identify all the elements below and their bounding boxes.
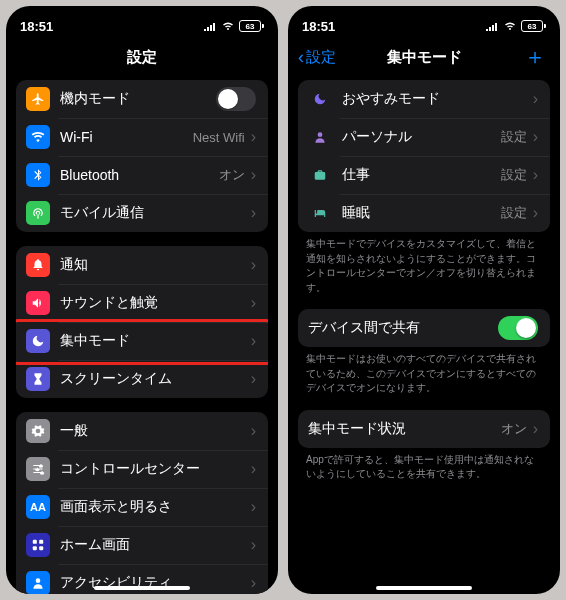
chevron-right-icon: ›: [251, 129, 256, 145]
share-toggle[interactable]: [498, 316, 538, 340]
settings-row[interactable]: 睡眠設定›: [298, 194, 550, 232]
svg-rect-4: [39, 540, 43, 544]
settings-row[interactable]: おやすみモード›: [298, 80, 550, 118]
chevron-right-icon: ›: [251, 499, 256, 515]
svg-point-14: [318, 132, 323, 137]
row-label: サウンドと触覚: [60, 294, 251, 312]
moon-icon: [26, 329, 50, 353]
speaker-icon: [26, 291, 50, 315]
settings-group-general: 一般›コントロールセンター›AA画面表示と明るさ›ホーム画面›アクセシビリティ›…: [16, 412, 268, 594]
focus-modes-group: おやすみモード›パーソナル設定›仕事設定›睡眠設定›: [298, 80, 550, 232]
row-detail: オン: [219, 166, 245, 184]
row-label: 睡眠: [342, 204, 501, 222]
chevron-right-icon: ›: [533, 205, 538, 221]
settings-row[interactable]: 機内モード: [16, 80, 268, 118]
row-label: 一般: [60, 422, 251, 440]
antenna-icon: [26, 201, 50, 225]
chevron-right-icon: ›: [251, 257, 256, 273]
chevron-right-icon: ›: [251, 461, 256, 477]
row-label: パーソナル: [342, 128, 501, 146]
nav-bar: 設定: [6, 40, 278, 74]
focus-status-row[interactable]: 集中モード状況 オン ›: [298, 410, 550, 448]
page-title: 集中モード: [387, 48, 462, 67]
row-detail: Nest Wifi: [193, 130, 245, 145]
svg-point-7: [36, 578, 41, 583]
svg-point-2: [41, 471, 43, 473]
row-label: ホーム画面: [60, 536, 251, 554]
wifi-icon: [221, 21, 235, 31]
settings-row[interactable]: 通知›: [16, 246, 268, 284]
chevron-right-icon: ›: [251, 537, 256, 553]
row-label: Bluetooth: [60, 167, 219, 183]
svg-rect-5: [33, 546, 37, 550]
status-indicators: 63: [485, 20, 546, 32]
person-icon: [26, 571, 50, 594]
settings-row[interactable]: 集中モード›: [16, 322, 268, 360]
settings-screen: 18:51 63 設定 機内モードWi-FiNest Wifi›Bluetoot…: [6, 6, 278, 594]
nav-bar: ‹ 設定 集中モード ＋: [288, 40, 560, 74]
row-label: おやすみモード: [342, 90, 533, 108]
airplane-icon: [26, 87, 50, 111]
settings-row[interactable]: モバイル通信›: [16, 194, 268, 232]
bed-icon: [308, 201, 332, 225]
back-label: 設定: [306, 48, 336, 67]
person-icon: [308, 125, 332, 149]
wifi-icon: [26, 125, 50, 149]
chevron-right-icon: ›: [533, 167, 538, 183]
row-label: 仕事: [342, 166, 501, 184]
row-label: 機内モード: [60, 90, 216, 108]
add-button[interactable]: ＋: [524, 42, 546, 72]
row-label: スクリーンタイム: [60, 370, 251, 388]
settings-row[interactable]: ホーム画面›: [16, 526, 268, 564]
share-across-devices-row[interactable]: デバイス間で共有: [298, 309, 550, 347]
row-detail: 設定: [501, 128, 527, 146]
settings-row[interactable]: サウンドと触覚›: [16, 284, 268, 322]
row-label: コントロールセンター: [60, 460, 251, 478]
signal-icon: [203, 21, 217, 31]
settings-row[interactable]: Wi-FiNest Wifi›: [16, 118, 268, 156]
settings-row[interactable]: パーソナル設定›: [298, 118, 550, 156]
chevron-right-icon: ›: [533, 91, 538, 107]
back-button[interactable]: ‹ 設定: [298, 47, 336, 68]
status-time: 18:51: [302, 19, 335, 34]
signal-icon: [485, 21, 499, 31]
svg-rect-3: [33, 540, 37, 544]
row-detail: 設定: [501, 166, 527, 184]
battery-icon: 63: [521, 20, 546, 32]
footer-text: 集中モードでデバイスをカスタマイズして、着信と通知を知らされないようにすることが…: [298, 232, 550, 295]
home-indicator[interactable]: [376, 586, 472, 590]
row-label: 集中モード: [60, 332, 251, 350]
battery-icon: 63: [239, 20, 264, 32]
switches-icon: [26, 457, 50, 481]
chevron-right-icon: ›: [533, 129, 538, 145]
settings-row[interactable]: 一般›: [16, 412, 268, 450]
toggle[interactable]: [216, 87, 256, 111]
svg-point-1: [36, 468, 38, 470]
chevron-right-icon: ›: [251, 295, 256, 311]
status-time: 18:51: [20, 19, 53, 34]
home-indicator[interactable]: [94, 586, 190, 590]
chevron-right-icon: ›: [251, 371, 256, 387]
footer-text: Appで許可すると、集中モード使用中は通知されないようにしていることを共有できま…: [298, 448, 550, 482]
settings-row[interactable]: AA画面表示と明るさ›: [16, 488, 268, 526]
chevron-right-icon: ›: [251, 205, 256, 221]
row-label: デバイス間で共有: [308, 319, 498, 337]
settings-row[interactable]: 仕事設定›: [298, 156, 550, 194]
chevron-left-icon: ‹: [298, 47, 304, 68]
row-label: モバイル通信: [60, 204, 251, 222]
focus-screen: 18:51 63 ‹ 設定 集中モード ＋ おやすみモード›パーソナル設定›仕事…: [288, 6, 560, 594]
settings-row[interactable]: コントロールセンター›: [16, 450, 268, 488]
aa-icon: AA: [26, 495, 50, 519]
grid-icon: [26, 533, 50, 557]
chevron-right-icon: ›: [251, 575, 256, 591]
briefcase-icon: [308, 163, 332, 187]
status-group: 集中モード状況 オン ›: [298, 410, 550, 448]
row-detail: 設定: [501, 204, 527, 222]
settings-row[interactable]: Bluetoothオン›: [16, 156, 268, 194]
row-label: 通知: [60, 256, 251, 274]
share-group: デバイス間で共有: [298, 309, 550, 347]
settings-row[interactable]: スクリーンタイム›: [16, 360, 268, 398]
row-label: 集中モード状況: [308, 420, 501, 438]
svg-point-0: [40, 464, 42, 466]
chevron-right-icon: ›: [251, 423, 256, 439]
